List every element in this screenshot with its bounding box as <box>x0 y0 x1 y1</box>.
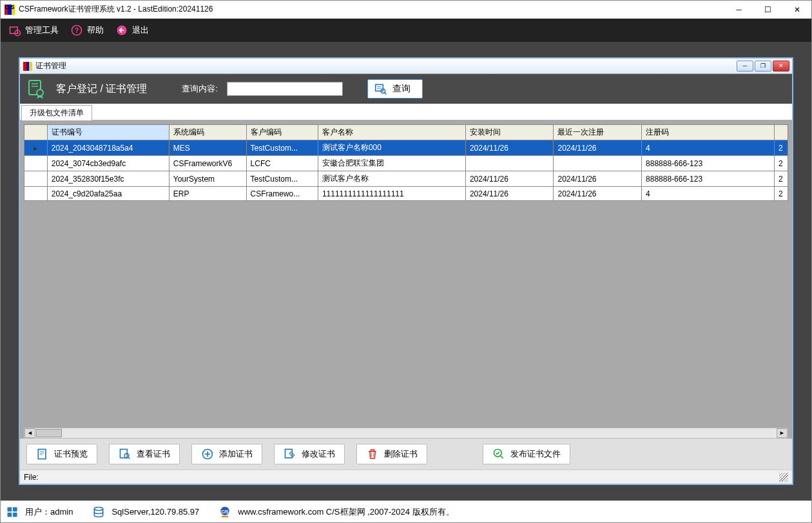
col-syscode[interactable]: 系统编码 <box>169 125 246 140</box>
scroll-left-icon[interactable]: ◄ <box>24 428 35 438</box>
inner-titlebar: 证书管理 ─ ❐ ✕ <box>20 59 792 74</box>
menu-help[interactable]: ? 帮助 <box>70 24 104 37</box>
resize-grip[interactable] <box>779 473 788 482</box>
menu-exit[interactable]: 退出 <box>115 24 149 37</box>
col-custcode[interactable]: 客户编码 <box>246 125 318 140</box>
add-icon <box>201 448 214 461</box>
tools-icon <box>8 24 21 37</box>
row-indicator: ▸ <box>24 140 48 156</box>
inner-app-icon <box>23 62 32 71</box>
status-copyright: www.csframework.com C/S框架网 ,2007-2024 版权… <box>238 506 454 518</box>
svg-rect-30 <box>13 507 17 511</box>
svg-rect-36 <box>222 515 228 517</box>
logo-icon: C/S <box>218 506 231 518</box>
svg-line-20 <box>128 457 130 459</box>
query-label: 查询内容: <box>182 83 218 95</box>
horizontal-scrollbar[interactable]: ◄ ► <box>24 428 788 439</box>
edit-icon <box>284 448 296 461</box>
rowhead-col[interactable] <box>24 125 48 140</box>
search-icon <box>374 82 387 95</box>
col-extra[interactable] <box>774 125 788 140</box>
action-bar: 证书预览 查看证书 添加证书 修改证书 删除证书 <box>20 439 792 470</box>
inner-minimize-button[interactable]: ─ <box>737 61 753 71</box>
file-row: File: <box>20 470 792 484</box>
add-button[interactable]: 添加证书 <box>191 444 262 464</box>
table-row[interactable]: ▸ 2024_2043048718a5a4MESTestCustom...测试客… <box>24 140 788 156</box>
help-icon: ? <box>70 24 83 37</box>
svg-rect-29 <box>8 507 12 511</box>
query-button[interactable]: 查询 <box>367 79 423 99</box>
table-row[interactable]: 2024_c9d20afa25aaERPCSFramewo...11111111… <box>24 187 788 201</box>
menubar: 管理工具 ? 帮助 退出 <box>1 19 811 42</box>
header-row: 证书编号 系统编码 客户编码 客户名称 安装时间 最近一次注册 注册码 <box>24 125 788 140</box>
col-lastreg[interactable]: 最近一次注册 <box>554 125 642 140</box>
svg-point-8 <box>37 90 43 96</box>
maximize-button[interactable]: ☐ <box>753 1 782 19</box>
inner-close-button[interactable]: ✕ <box>773 61 789 71</box>
svg-text:C/S: C/S <box>222 509 229 513</box>
database-icon <box>92 506 105 518</box>
close-button[interactable]: ✕ <box>782 1 811 19</box>
col-custname[interactable]: 客户名称 <box>318 125 465 140</box>
col-regcode[interactable]: 注册码 <box>642 125 775 140</box>
col-install[interactable]: 安装时间 <box>465 125 554 140</box>
menu-tools[interactable]: 管理工具 <box>8 24 59 37</box>
main-window: C/S CSFramework证书管理系统 v1.2 - LastEdition… <box>0 0 812 523</box>
search-bar: 客户登记 / 证书管理 查询内容: 查询 <box>20 74 792 104</box>
delete-icon <box>366 448 379 461</box>
svg-rect-14 <box>38 450 46 459</box>
view-button[interactable]: 查看证书 <box>109 444 180 464</box>
tab-files[interactable]: 升级包文件清单 <box>21 105 92 120</box>
preview-icon <box>36 448 49 461</box>
svg-text:?: ? <box>75 26 79 34</box>
svg-point-33 <box>95 507 103 510</box>
app-icon: C/S <box>5 5 15 15</box>
inner-window: 证书管理 ─ ❐ ✕ 客户登记 / 证书管理 查询内容: 查询 升级包文件清单 <box>19 57 793 485</box>
window-title: CSFramework证书管理系统 v1.2 - LastEdition:202… <box>19 4 724 15</box>
status-user: 用户：admin <box>25 506 73 518</box>
svg-rect-9 <box>376 84 383 91</box>
inner-title: 证书管理 <box>35 61 737 71</box>
svg-rect-31 <box>8 512 12 517</box>
delete-button[interactable]: 删除证书 <box>356 444 427 464</box>
search-input[interactable] <box>227 82 343 96</box>
statusbar: 用户：admin SqlServer,120.79.85.97 C/S www.… <box>1 500 811 522</box>
status-db: SqlServer,120.79.85.97 <box>111 507 199 517</box>
table-row[interactable]: 2024_3074cb3ed9afcCSFrameworkV6LCFC安徽合肥联… <box>24 156 788 171</box>
col-certno[interactable]: 证书编号 <box>47 125 169 140</box>
titlebar: C/S CSFramework证书管理系统 v1.2 - LastEdition… <box>1 1 811 19</box>
data-grid[interactable]: 证书编号 系统编码 客户编码 客户名称 安装时间 最近一次注册 注册码 ▸ 20… <box>24 124 788 201</box>
user-icon <box>6 506 19 518</box>
tabs: 升级包文件清单 <box>20 104 792 120</box>
edit-button[interactable]: 修改证书 <box>274 444 345 464</box>
svg-line-28 <box>501 456 503 459</box>
svg-rect-32 <box>13 512 17 517</box>
exit-icon <box>115 24 128 37</box>
scroll-thumb[interactable] <box>36 429 62 437</box>
inner-maximize-button[interactable]: ❐ <box>755 61 771 71</box>
content-area: 证书管理 ─ ❐ ✕ 客户登记 / 证书管理 查询内容: 查询 升级包文件清单 <box>1 42 811 500</box>
minimize-button[interactable]: ─ <box>724 1 753 19</box>
publish-button[interactable]: 发布证书文件 <box>483 444 570 464</box>
grid-area: 证书编号 系统编码 客户编码 客户名称 安装时间 最近一次注册 注册码 ▸ 20… <box>20 120 792 439</box>
svg-rect-24 <box>285 450 293 458</box>
file-label: File: <box>24 473 39 482</box>
svg-line-13 <box>385 93 387 95</box>
preview-button[interactable]: 证书预览 <box>26 444 97 464</box>
header-label: 客户登记 / 证书管理 <box>56 82 147 96</box>
publish-icon <box>492 448 505 461</box>
certificate-icon <box>26 79 47 99</box>
scroll-right-icon[interactable]: ► <box>777 428 788 438</box>
table-row[interactable]: 2024_352830f15e3fcYourSystemTestCustom..… <box>24 171 788 187</box>
view-icon <box>119 448 131 461</box>
